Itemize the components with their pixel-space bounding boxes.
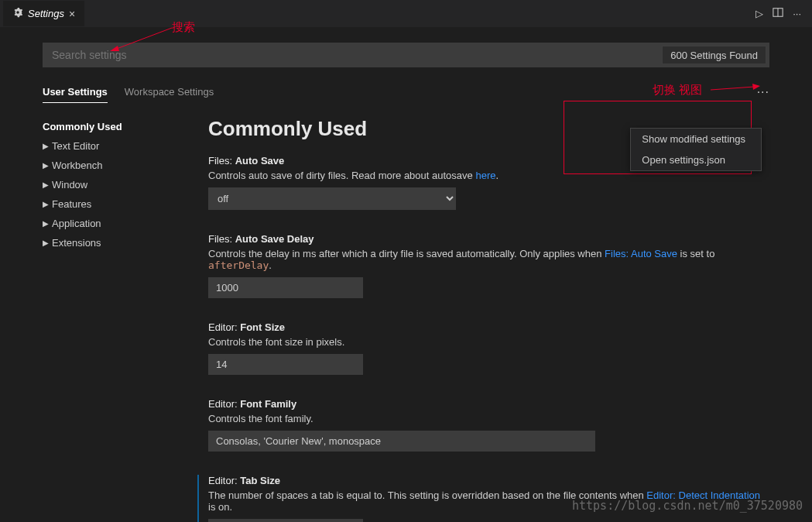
chevron-right-icon: ▶: [43, 180, 49, 189]
setting-font-family: Editor: Font Family Controls the font fa…: [208, 398, 769, 452]
menu-open-json[interactable]: Open settings.json: [631, 149, 761, 170]
chevron-right-icon: ▶: [43, 142, 49, 150]
settings-toc: Commonly Used ▶Text Editor ▶Workbench ▶W…: [43, 117, 196, 522]
settings-context-menu: Show modified settings Open settings.jso…: [630, 128, 762, 171]
sidebar-item-extensions[interactable]: ▶Extensions: [43, 233, 196, 252]
tab-size-input[interactable]: [208, 519, 363, 522]
link-detect-indentation[interactable]: Editor: Detect Indentation: [646, 489, 760, 501]
sidebar-item-window[interactable]: ▶Window: [43, 175, 196, 194]
sidebar-item-application[interactable]: ▶Application: [43, 214, 196, 233]
editor-tab-settings[interactable]: Settings ×: [3, 1, 84, 26]
tab-workspace-settings[interactable]: Workspace Settings: [125, 81, 214, 103]
sidebar-item-features[interactable]: ▶Features: [43, 194, 196, 214]
split-editor-icon[interactable]: [773, 7, 783, 20]
auto-save-select[interactable]: off: [208, 187, 456, 210]
menu-show-modified[interactable]: Show modified settings: [631, 129, 761, 149]
setting-font-size: Editor: Font Size Controls the font size…: [208, 321, 769, 375]
more-actions-icon[interactable]: ···: [793, 8, 801, 19]
chevron-right-icon: ▶: [43, 219, 49, 228]
link-files-auto-save[interactable]: Files: Auto Save: [605, 248, 677, 259]
chevron-right-icon: ▶: [43, 239, 49, 247]
settings-count-badge: 600 Settings Found: [662, 46, 766, 64]
setting-tab-size: Editor: Tab Size The number of spaces a …: [197, 475, 769, 522]
font-family-input[interactable]: [208, 431, 595, 452]
tab-user-settings[interactable]: User Settings: [43, 81, 108, 103]
search-input[interactable]: [43, 43, 769, 67]
run-icon[interactable]: ▷: [755, 8, 763, 19]
auto-save-delay-input[interactable]: [208, 277, 363, 298]
settings-icon: [12, 7, 23, 20]
setting-auto-save-delay: Files: Auto Save Delay Controls the dela…: [208, 233, 769, 298]
sidebar-item-commonly-used[interactable]: Commonly Used: [43, 117, 196, 136]
title-bar: Settings × ▷ ···: [0, 0, 812, 27]
settings-content: Commonly Used Files: Auto Save Controls …: [196, 117, 769, 522]
tab-title: Settings: [28, 8, 64, 19]
sidebar-item-workbench[interactable]: ▶Workbench: [43, 156, 196, 175]
sidebar-item-text-editor[interactable]: ▶Text Editor: [43, 136, 196, 156]
more-icon[interactable]: ···: [757, 85, 769, 99]
chevron-right-icon: ▶: [43, 161, 49, 170]
close-icon[interactable]: ×: [69, 8, 75, 20]
chevron-right-icon: ▶: [43, 200, 49, 208]
font-size-input[interactable]: [208, 354, 363, 375]
link-autosave-here[interactable]: here: [475, 170, 495, 181]
